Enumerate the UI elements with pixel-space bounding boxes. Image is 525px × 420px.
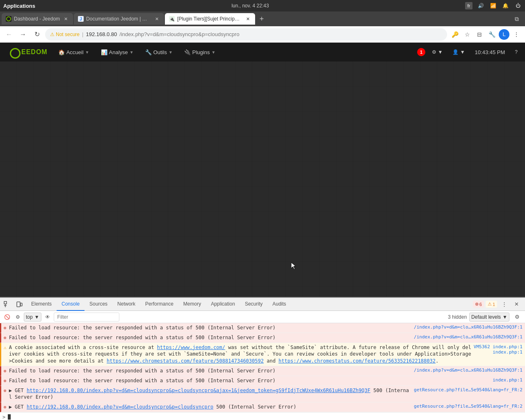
tab-audits[interactable]: Audits <box>267 298 291 311</box>
inspect-element-button[interactable] <box>2 299 12 310</box>
devtools-close-button[interactable]: ✕ <box>511 299 522 310</box>
error-icon-5: ⊗ <box>4 378 7 383</box>
msg-source-4[interactable]: /index.php?v=d&m=clo…x6R61uHu16BZh9Q3F:1 <box>414 368 523 373</box>
screensaver-icon[interactable]: ⊟ <box>474 29 485 40</box>
profile-icon[interactable]: L <box>499 29 509 40</box>
notification-badge[interactable]: 1 <box>417 48 425 56</box>
devtools-more-button[interactable]: ⋮ <box>499 299 509 310</box>
home-icon: 🏠 <box>58 49 65 55</box>
console-bar-right: 3 hidden Default levels ▼ ⚙ <box>448 312 523 322</box>
levels-chevron-icon: ▼ <box>502 314 507 320</box>
devtools-panel: Elements Console Sources Network Perform… <box>0 297 525 420</box>
msg-text-1: Failed to load resource: the server resp… <box>9 324 411 331</box>
cookie-link-1[interactable]: https://www.jeedom.com/ <box>157 345 225 350</box>
os-app-label: Applications <box>3 3 35 9</box>
error-icon-6: ⊗ <box>4 388 7 393</box>
tab-console[interactable]: Console <box>57 298 84 311</box>
tab3-close[interactable]: ✕ <box>244 16 251 22</box>
msg-source-2[interactable]: /index.php?v=d&m=clo…x6R61uHu16BZh9Q3F:1 <box>414 334 523 340</box>
get-link-2[interactable]: http://192.168.0.80/index.php?v=d&m=clou… <box>27 404 213 410</box>
main-content <box>0 62 525 297</box>
tab1-title: Dashboard - Jeedom <box>14 16 60 22</box>
notification-icon[interactable]: 🔔 <box>502 2 509 9</box>
cookie-link-3[interactable]: https://www.chromestatus.com/feature/563… <box>278 358 436 364</box>
power-icon[interactable]: ⏻ <box>514 2 522 9</box>
tab-2[interactable]: J Documentation Jeedom | Mode … ✕ <box>74 13 164 25</box>
tab-performance[interactable]: Performance <box>140 298 178 311</box>
msg-text-2: Failed to load resource: the server resp… <box>9 334 411 341</box>
key-icon[interactable]: 🔑 <box>450 29 460 40</box>
jeedom-navbar: EEDOM 🏠 Accueil ▼ 📊 Analyse ▼ 🔧 Outils ▼… <box>0 43 525 62</box>
url-host: 192.168.0.80 <box>86 31 117 37</box>
url-bar[interactable]: ⚠ Not secure | 192.168.0.80 /index.php?v… <box>45 28 447 41</box>
get-link-1[interactable]: http://192.168.0.80/index.php?v=d&m=clou… <box>27 388 370 393</box>
warning-triangle-icon: ⚠ <box>50 32 55 37</box>
warning-icon-3: ⚠ <box>4 345 7 350</box>
nav-config-btn[interactable]: ⚙ ▼ <box>429 48 446 57</box>
refresh-button[interactable]: ↻ <box>31 29 43 40</box>
msg-source-5[interactable]: index.php:1 <box>493 377 523 383</box>
svg-rect-4 <box>17 302 20 307</box>
warning-count-badge: ⚠ 1 <box>486 301 497 308</box>
tab1-close[interactable]: ✕ <box>62 16 69 22</box>
nav-plugins[interactable]: 🔌 Plugins ▼ <box>179 47 221 58</box>
volume-icon[interactable]: 🔊 <box>477 2 485 9</box>
extension-icon[interactable]: 🔧 <box>486 29 497 40</box>
levels-label: Default levels <box>471 314 501 320</box>
tab1-favicon <box>6 16 11 22</box>
device-toolbar-button[interactable] <box>14 299 25 310</box>
nav-user-btn[interactable]: 👤 ▼ <box>449 48 468 57</box>
address-bar-actions: 🔑 ☆ ⊟ 🔧 L ⋮ <box>450 29 522 40</box>
preserve-log-button[interactable]: ⚙ <box>13 313 22 322</box>
network-icon[interactable]: 📶 <box>490 2 497 9</box>
tab-sources[interactable]: Sources <box>84 298 112 311</box>
tab-1[interactable]: Dashboard - Jeedom ✕ <box>2 13 73 25</box>
tab-security[interactable]: Security <box>240 298 267 311</box>
log-levels-selector[interactable]: Default levels ▼ <box>469 313 509 322</box>
os-topbar: Applications lun., nov. 4 22:43 fr 🔊 📶 🔔… <box>0 0 525 11</box>
plugins-icon: 🔌 <box>184 49 191 55</box>
msg-source-7[interactable]: getResource.php?file…5e9540&lang=fr_FR:2 <box>414 404 523 409</box>
clear-console-button[interactable]: 🚫 <box>2 313 11 322</box>
os-time: lun., nov. 4 22:43 <box>231 3 269 9</box>
console-filter-input[interactable] <box>54 313 119 322</box>
tab2-title: Documentation Jeedom | Mode … <box>86 16 151 22</box>
back-button[interactable]: ← <box>3 29 15 40</box>
accueil-chevron: ▼ <box>85 50 89 55</box>
tab-3[interactable]: 🔌 [Plugin Tiers][Sujet Principal] C… ✕ <box>165 13 255 25</box>
os-system-icons: fr 🔊 📶 🔔 ⏻ <box>465 2 522 9</box>
context-value: top <box>26 314 33 320</box>
msg-text-4: Failed to load resource: the server resp… <box>9 368 411 374</box>
msg-source-3b[interactable]: index.php:1 <box>493 349 523 355</box>
star-icon[interactable]: ☆ <box>462 29 472 40</box>
cookie-link-2[interactable]: https://www.chromestatus.com/feature/508… <box>107 358 264 364</box>
tab-application[interactable]: Application <box>206 298 240 311</box>
nav-outils[interactable]: 🔧 Outils ▼ <box>140 47 178 58</box>
devtools-tabs: Elements Console Sources Network Perform… <box>25 298 473 311</box>
hidden-count: 3 hidden <box>448 314 467 320</box>
console-settings-button[interactable]: ⚙ <box>512 312 523 322</box>
tab-elements[interactable]: Elements <box>26 298 57 311</box>
eye-button[interactable]: 👁 <box>43 313 52 322</box>
tab2-close[interactable]: ✕ <box>153 16 160 22</box>
outils-chevron: ▼ <box>169 50 173 55</box>
browser-window: Dashboard - Jeedom ✕ J Documentation Jee… <box>0 11 525 420</box>
tab-bar-right-controls: ⧉ <box>512 14 523 24</box>
lang-icon[interactable]: fr <box>465 2 472 9</box>
tab-network[interactable]: Network <box>112 298 140 311</box>
nav-accueil[interactable]: 🏠 Accueil ▼ <box>53 47 94 58</box>
new-tab-button[interactable]: + <box>256 13 267 25</box>
context-selector[interactable]: top ▼ <box>24 313 41 322</box>
analyse-icon: 📊 <box>101 49 107 55</box>
msg-text-7: ▶ GET http://192.168.0.80/index.php?v=d&… <box>9 404 411 411</box>
nav-help-btn[interactable]: ? <box>511 48 521 57</box>
error-icon-2: ⊗ <box>4 335 7 340</box>
menu-icon[interactable]: ⋮ <box>511 29 522 40</box>
msg-source-1[interactable]: /index.php?v=d&m=clo…x6R61uHu16BZh9Q3F:1 <box>414 324 523 330</box>
tab-memory[interactable]: Memory <box>178 298 206 311</box>
forward-button[interactable]: → <box>17 29 29 40</box>
msg-source-6[interactable]: getResource.php?file…5e9540&lang=fr_FR:2 <box>414 387 523 393</box>
nav-analyse[interactable]: 📊 Analyse ▼ <box>96 47 139 58</box>
restore-window-icon[interactable]: ⧉ <box>512 14 522 24</box>
msg-source-3a[interactable]: VM5362 index.php:1 <box>474 344 523 349</box>
